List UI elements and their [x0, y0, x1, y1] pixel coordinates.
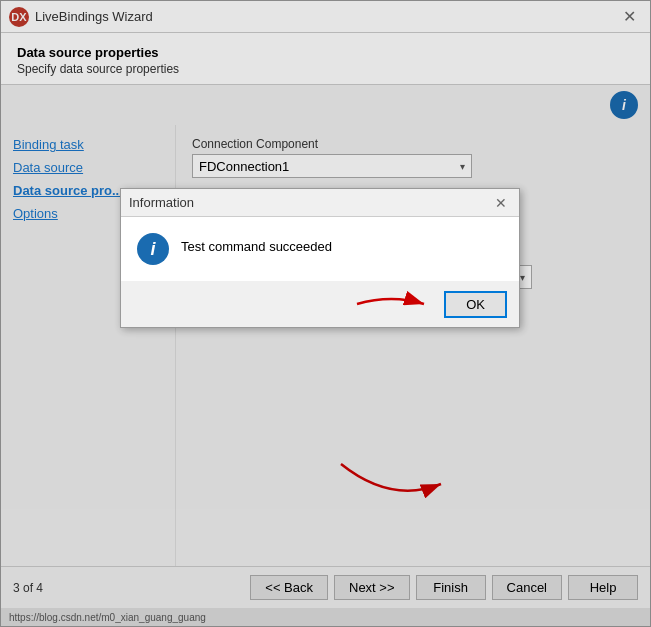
dialog-body: i Test command succeeded	[121, 217, 519, 281]
dialog-overlay: Information ✕ i Test command succeeded O…	[0, 0, 651, 627]
information-dialog: Information ✕ i Test command succeeded O…	[120, 188, 520, 328]
dialog-close-button[interactable]: ✕	[491, 193, 511, 213]
dialog-ok-button[interactable]: OK	[444, 291, 507, 318]
dialog-title: Information	[129, 195, 491, 210]
dialog-info-icon: i	[137, 233, 169, 265]
dialog-message: Test command succeeded	[181, 233, 332, 254]
dialog-footer: OK	[121, 281, 519, 327]
dialog-titlebar: Information ✕	[121, 189, 519, 217]
red-arrow-ok-icon	[352, 289, 432, 319]
